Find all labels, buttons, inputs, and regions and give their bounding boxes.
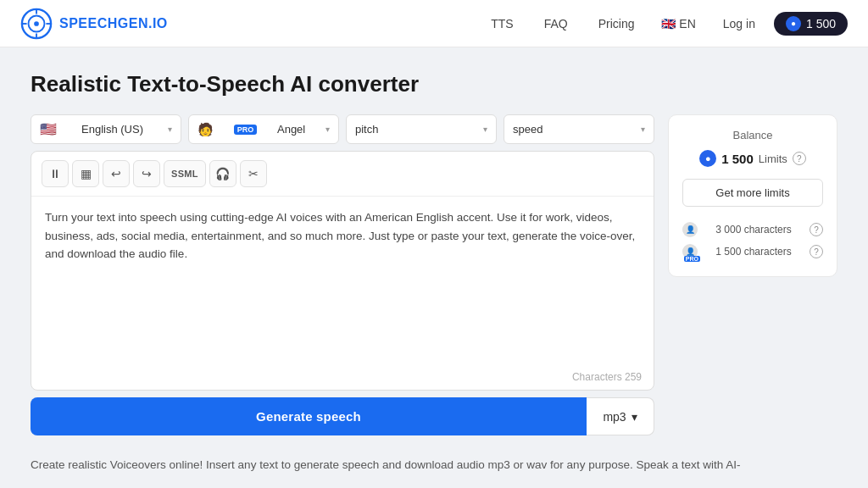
generate-row: Generate speech mp3 ▾	[31, 397, 654, 435]
editor-toolbar: ⏸ ▦ ↩ ↪ SSML 🎧 ✂	[31, 152, 654, 197]
voice-avatar-icon: 🧑	[198, 122, 214, 137]
pro-char-value: 1 500 characters	[715, 246, 791, 258]
balance-amount: 1 500	[806, 17, 836, 30]
svg-point-2	[34, 21, 39, 26]
pro-badge: PRO	[234, 125, 258, 135]
flag-icon: 🇺🇸	[40, 121, 57, 137]
char-count: Characters 259	[31, 366, 654, 390]
balance-label: Limits	[759, 152, 787, 165]
balance-panel: Balance ● 1 500 Limits ? Get more limits…	[668, 114, 837, 277]
voice-dropdown[interactable]: 🧑 PRO Angel ▾	[188, 114, 339, 144]
editor-box: ⏸ ▦ ↩ ↪ SSML 🎧 ✂ Turn your text into spe…	[31, 151, 654, 391]
workspace: 🇺🇸 English (US) ▾ 🧑 PRO Angel ▾ pitch ▾ …	[31, 114, 837, 435]
balance-circle-icon: ●	[699, 150, 716, 167]
nav-links: TTS FAQ Pricing 🇬🇧 EN Log in ● 1 500	[479, 12, 848, 36]
chevron-down-icon: ▾	[483, 125, 487, 134]
balance-icon: ●	[786, 16, 801, 31]
ssml-toolbar-button[interactable]: SSML	[164, 160, 206, 187]
balance-help-icon[interactable]: ?	[793, 152, 806, 165]
pro-chars-help-icon[interactable]: ?	[810, 245, 823, 258]
logo[interactable]: SPEECHGEN.IO	[20, 8, 168, 40]
balance-title: Balance	[682, 129, 823, 141]
balance-amount-row: ● 1 500 Limits ?	[682, 150, 823, 167]
pitch-value: pitch	[355, 123, 378, 136]
format-value: mp3	[603, 410, 626, 424]
redo-toolbar-button[interactable]: ↪	[133, 160, 160, 187]
main-content: Realistic Text-to-Speech AI converter 🇺🇸…	[10, 47, 858, 488]
logo-text: SPEECHGEN.IO	[59, 16, 168, 31]
pro-chars-row: 👤 PRO 1 500 characters ?	[682, 241, 823, 263]
get-more-limits-button[interactable]: Get more limits	[682, 179, 823, 207]
free-chars-row: 👤 3 000 characters ?	[682, 219, 823, 241]
logo-icon	[20, 8, 53, 40]
pause-toolbar-button[interactable]: ⏸	[42, 160, 69, 187]
left-panel: 🇺🇸 English (US) ▾ 🧑 PRO Angel ▾ pitch ▾ …	[31, 114, 654, 435]
pro-badge-small: PRO	[684, 256, 700, 262]
listen-toolbar-button[interactable]: 🎧	[209, 160, 236, 187]
login-button[interactable]: Log in	[711, 12, 767, 36]
chevron-down-icon: ▾	[641, 125, 645, 134]
balance-button[interactable]: ● 1 500	[774, 12, 848, 36]
dropdowns-row: 🇺🇸 English (US) ▾ 🧑 PRO Angel ▾ pitch ▾ …	[31, 114, 654, 144]
speed-dropdown[interactable]: speed ▾	[504, 114, 654, 144]
free-user-icon: 👤	[682, 222, 698, 237]
language-dropdown[interactable]: 🇺🇸 English (US) ▾	[31, 114, 181, 144]
lang-text: 🇬🇧 EN	[661, 17, 695, 30]
language-value: English (US)	[81, 123, 143, 136]
free-char-value: 3 000 characters	[715, 224, 791, 236]
nav-link-tts[interactable]: TTS	[479, 12, 525, 36]
footer-description: Create realistic Voiceovers online! Inse…	[31, 456, 837, 474]
pitch-dropdown[interactable]: pitch ▾	[346, 114, 497, 144]
balance-number: 1 500	[721, 152, 754, 166]
language-selector[interactable]: 🇬🇧 EN	[653, 12, 704, 36]
pro-user-icon: 👤 PRO	[682, 244, 698, 259]
free-chars-help-icon[interactable]: ?	[810, 223, 823, 236]
editor-textarea[interactable]: Turn your text into speech using cutting…	[31, 197, 654, 366]
nav-link-pricing[interactable]: Pricing	[587, 12, 647, 36]
chevron-down-icon: ▾	[326, 125, 330, 134]
cut-toolbar-button[interactable]: ✂	[240, 160, 267, 187]
silence-toolbar-button[interactable]: ▦	[72, 160, 99, 187]
format-arrow-icon: ▾	[632, 410, 637, 424]
nav-link-faq[interactable]: FAQ	[532, 12, 580, 36]
speed-value: speed	[513, 123, 542, 136]
format-selector[interactable]: mp3 ▾	[587, 397, 654, 435]
navbar: SPEECHGEN.IO TTS FAQ Pricing 🇬🇧 EN Log i…	[0, 0, 868, 47]
voice-value: Angel	[277, 123, 305, 136]
chevron-down-icon: ▾	[168, 125, 172, 134]
generate-speech-button[interactable]: Generate speech	[31, 397, 587, 435]
page-title: Realistic Text-to-Speech AI converter	[31, 71, 837, 97]
undo-toolbar-button[interactable]: ↩	[103, 160, 130, 187]
